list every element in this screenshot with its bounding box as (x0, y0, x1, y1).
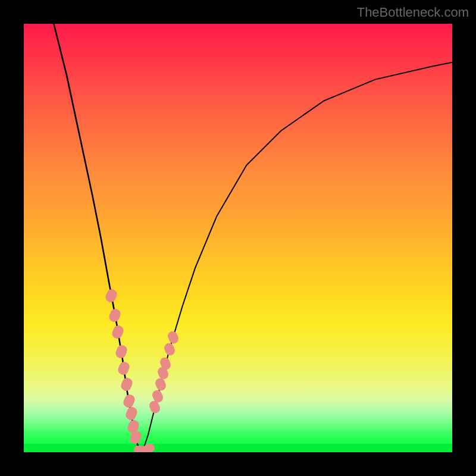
plot-area (24, 24, 452, 452)
bottleneck-curve (24, 24, 452, 452)
watermark-text: TheBottleneck.com (357, 5, 469, 20)
bead-mark (144, 444, 155, 452)
